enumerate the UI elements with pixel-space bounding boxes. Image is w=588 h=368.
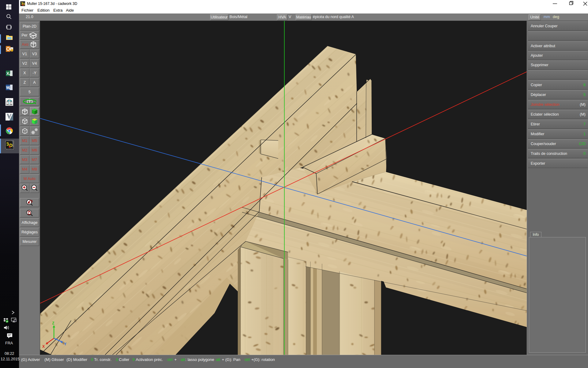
svg-text:cadwork: cadwork (12, 140, 14, 148)
svg-text:Y: Y (64, 342, 66, 346)
svg-text:X: X (6, 71, 9, 76)
svg-text:Z: Z (52, 321, 54, 325)
svg-text:X: X (42, 344, 45, 349)
